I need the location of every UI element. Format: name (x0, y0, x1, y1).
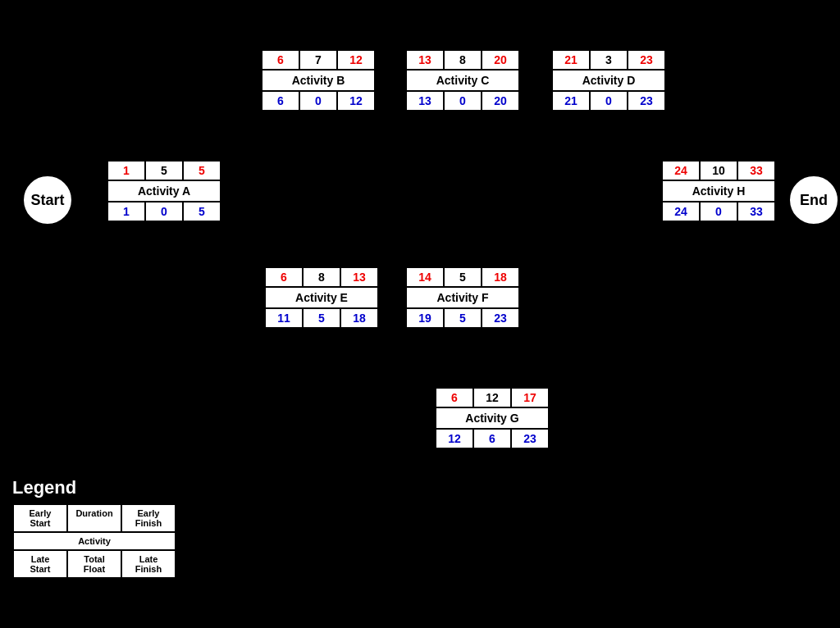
activity-f-es: 14 (407, 268, 445, 286)
activity-a-lf: 5 (184, 203, 220, 221)
legend-bottom-row: LateStart TotalFloat LateFinish (14, 551, 175, 577)
activity-h-label: Activity H (663, 181, 774, 201)
activity-d-name-row: Activity D (553, 71, 664, 92)
activity-f-ls: 19 (407, 309, 445, 327)
activity-g-node: 6 12 17 Activity G 12 6 23 (435, 387, 550, 449)
activity-b-es: 6 (262, 51, 300, 69)
activity-a-tf: 0 (146, 203, 184, 221)
activity-c-dur: 8 (445, 51, 482, 69)
activity-h-top-row: 24 10 33 (663, 162, 774, 181)
legend-title: Legend (12, 477, 176, 498)
activity-h-ls: 24 (663, 203, 701, 221)
activity-a-node: 1 5 5 Activity A 1 0 5 (107, 160, 221, 222)
end-label: End (800, 192, 828, 209)
activity-h-bottom-row: 24 0 33 (663, 203, 774, 221)
activity-b-ef: 12 (338, 51, 374, 69)
start-label: Start (30, 192, 64, 209)
activity-a-es: 1 (108, 162, 146, 180)
activity-d-es: 21 (553, 51, 591, 69)
activity-g-top-row: 6 12 17 (436, 389, 548, 408)
activity-f-bottom-row: 19 5 23 (407, 309, 518, 327)
activity-c-es: 13 (407, 51, 445, 69)
legend-top-row: EarlyStart Duration EarlyFinish (14, 505, 175, 533)
activity-f-top-row: 14 5 18 (407, 268, 518, 288)
legend-early-start: EarlyStart (14, 505, 68, 531)
activity-h-lf: 33 (738, 203, 774, 221)
end-circle: End (788, 174, 840, 226)
activity-e-tf: 5 (304, 309, 341, 327)
activity-g-ef: 17 (512, 389, 548, 407)
activity-a-dur: 5 (146, 162, 184, 180)
activity-a-name-row: Activity A (108, 181, 220, 203)
activity-d-label: Activity D (553, 71, 664, 90)
activity-h-es: 24 (663, 162, 701, 180)
activity-b-top-row: 6 7 12 (262, 51, 374, 71)
activity-c-ef: 20 (482, 51, 518, 69)
activity-b-dur: 7 (300, 51, 338, 69)
activity-d-bottom-row: 21 0 23 (553, 92, 664, 110)
activity-g-lf: 23 (512, 430, 548, 448)
activity-g-es: 6 (436, 389, 474, 407)
activity-d-ef: 23 (628, 51, 664, 69)
activity-f-label: Activity F (407, 288, 518, 307)
activity-g-dur: 12 (474, 389, 512, 407)
activity-e-dur: 8 (304, 268, 341, 286)
activity-c-name-row: Activity C (407, 71, 518, 92)
legend-early-finish: EarlyFinish (122, 505, 175, 531)
activity-c-top-row: 13 8 20 (407, 51, 518, 71)
diagram: Start End 1 5 5 Activity A 1 0 5 6 7 12 … (0, 0, 840, 628)
legend: Legend EarlyStart Duration EarlyFinish A… (12, 477, 176, 579)
activity-g-label: Activity G (436, 408, 548, 428)
activity-e-es: 6 (266, 268, 304, 286)
activity-b-node: 6 7 12 Activity B 6 0 12 (261, 49, 376, 111)
activity-b-label: Activity B (262, 71, 374, 90)
activity-d-dur: 3 (591, 51, 628, 69)
activity-e-node: 6 8 13 Activity E 11 5 18 (264, 266, 379, 329)
activity-c-label: Activity C (407, 71, 518, 90)
legend-late-start: LateStart (14, 551, 68, 577)
activity-b-lf: 12 (338, 92, 374, 110)
activity-h-tf: 0 (701, 203, 738, 221)
activity-f-tf: 5 (445, 309, 482, 327)
start-circle: Start (21, 174, 74, 226)
activity-f-node: 14 5 18 Activity F 19 5 23 (405, 266, 520, 329)
activity-h-name-row: Activity H (663, 181, 774, 203)
activity-e-lf: 18 (341, 309, 377, 327)
activity-c-node: 13 8 20 Activity C 13 0 20 (405, 49, 520, 111)
activity-e-label: Activity E (266, 288, 377, 307)
legend-total-float: TotalFloat (68, 551, 122, 577)
activity-g-bottom-row: 12 6 23 (436, 430, 548, 448)
activity-c-bottom-row: 13 0 20 (407, 92, 518, 110)
activity-g-name-row: Activity G (436, 408, 548, 430)
activity-f-dur: 5 (445, 268, 482, 286)
activity-g-tf: 6 (474, 430, 512, 448)
activity-d-tf: 0 (591, 92, 628, 110)
activity-d-top-row: 21 3 23 (553, 51, 664, 71)
legend-duration: Duration (68, 505, 122, 531)
activity-f-name-row: Activity F (407, 288, 518, 309)
activity-d-lf: 23 (628, 92, 664, 110)
activity-e-top-row: 6 8 13 (266, 268, 377, 288)
legend-activity-row: Activity (14, 533, 175, 551)
activity-h-ef: 33 (738, 162, 774, 180)
activity-a-top-row: 1 5 5 (108, 162, 220, 181)
activity-b-ls: 6 (262, 92, 300, 110)
activity-b-bottom-row: 6 0 12 (262, 92, 374, 110)
activity-b-tf: 0 (300, 92, 338, 110)
legend-activity: Activity (14, 533, 175, 549)
activity-d-node: 21 3 23 Activity D 21 0 23 (551, 49, 666, 111)
activity-c-tf: 0 (445, 92, 482, 110)
activity-e-bottom-row: 11 5 18 (266, 309, 377, 327)
activity-a-ef: 5 (184, 162, 220, 180)
activity-h-dur: 10 (701, 162, 738, 180)
activity-a-label: Activity A (108, 181, 220, 201)
activity-g-ls: 12 (436, 430, 474, 448)
legend-late-finish: LateFinish (122, 551, 175, 577)
activity-e-ef: 13 (341, 268, 377, 286)
activity-e-ls: 11 (266, 309, 304, 327)
activity-b-name-row: Activity B (262, 71, 374, 92)
activity-d-ls: 21 (553, 92, 591, 110)
activity-f-lf: 23 (482, 309, 518, 327)
activity-c-ls: 13 (407, 92, 445, 110)
activity-a-ls: 1 (108, 203, 146, 221)
